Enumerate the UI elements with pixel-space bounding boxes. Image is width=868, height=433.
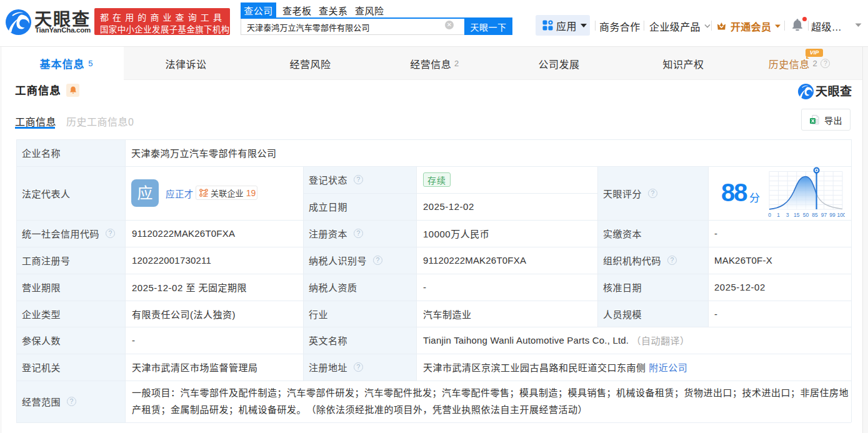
svg-text:15: 15	[794, 212, 800, 217]
svg-text:3: 3	[786, 212, 789, 217]
svg-text:50: 50	[803, 212, 809, 217]
svg-text:85: 85	[812, 212, 818, 217]
svg-text:97: 97	[821, 212, 827, 217]
svg-text:99: 99	[829, 212, 836, 217]
svg-text:企: 企	[202, 191, 208, 197]
svg-text:0: 0	[768, 212, 771, 217]
svg-text:1: 1	[777, 212, 780, 217]
svg-text:100: 100	[837, 212, 845, 217]
